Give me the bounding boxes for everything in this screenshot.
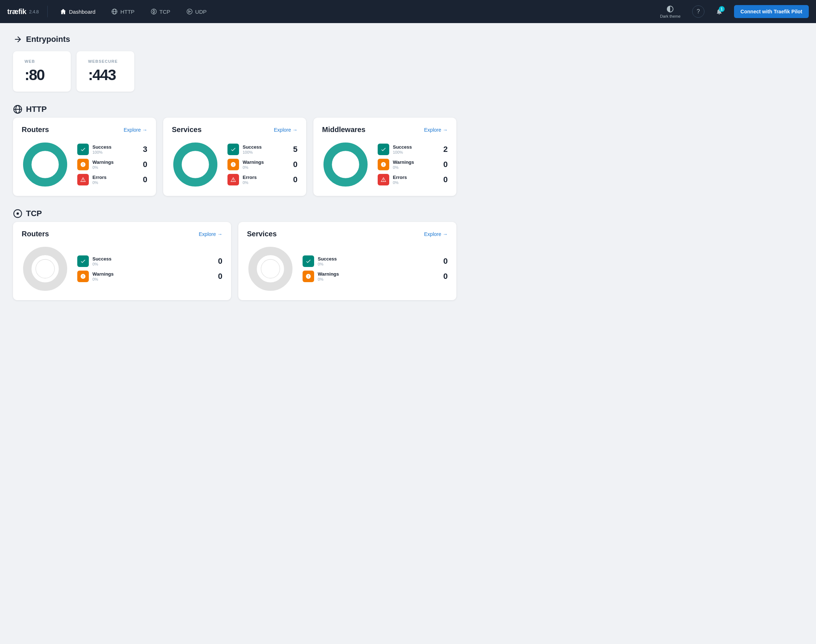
- http-services-warnings-row: Warnings 0% 0: [227, 159, 298, 170]
- tcp-services-card: Services Explore →: [238, 222, 456, 300]
- http-title: HTTP: [26, 104, 46, 114]
- tcp-routers-warnings-row: Warnings 0% 0: [77, 271, 223, 282]
- http-routers-errors-row: Errors 0% 0: [77, 174, 147, 186]
- http-services-stats: Success 100% 5 Warnings 0% 0: [227, 144, 298, 186]
- error-icon-box: [77, 174, 89, 186]
- help-button[interactable]: ?: [692, 5, 704, 18]
- http-routers-title: Routers: [22, 126, 49, 134]
- tcp-services-donut: [247, 245, 294, 292]
- tcp-cards-grid: Routers Explore →: [13, 222, 456, 300]
- brand: træfik 2.4.8: [7, 8, 38, 16]
- http-services-card: Services Explore →: [163, 118, 306, 196]
- tcp-icon: [13, 209, 22, 218]
- http-services-success-row: Success 100% 5: [227, 144, 298, 155]
- http-middlewares-stats: Success 100% 2 Warnings 0% 0: [378, 144, 448, 186]
- http-middlewares-title: Middlewares: [322, 126, 366, 134]
- http-routers-donut: [22, 141, 69, 188]
- warning-icon-box: [77, 159, 89, 170]
- udp-icon: [186, 8, 193, 15]
- tcp-title: TCP: [26, 209, 42, 218]
- tcp-routers-card: Routers Explore →: [13, 222, 231, 300]
- entrypoint-websecure-port: :443: [88, 66, 123, 84]
- http-routers-success-row: Success 100% 3: [77, 144, 147, 155]
- brand-logo: træfik: [7, 8, 26, 16]
- entrypoint-websecure: WEBSECURE :443: [77, 51, 134, 92]
- entrypoints-icon: [13, 35, 22, 44]
- svg-point-19: [17, 213, 19, 215]
- arrow-right-icon: →: [217, 231, 223, 237]
- tcp-routers-body: Success 0% 0 Warnings 0% 0: [22, 245, 223, 292]
- nav-http[interactable]: HTTP: [108, 6, 138, 17]
- svg-point-15: [186, 155, 205, 174]
- svg-point-23: [261, 259, 280, 278]
- http-middlewares-errors-row: Errors 0% 0: [378, 174, 448, 186]
- success-icon-box: [77, 144, 89, 155]
- http-middlewares-success-row: Success 100% 2: [378, 144, 448, 155]
- http-middlewares-explore-link[interactable]: Explore →: [424, 127, 448, 133]
- success-count: 3: [139, 145, 147, 154]
- http-services-card-header: Services Explore →: [172, 126, 298, 134]
- notifications-button[interactable]: 1: [713, 5, 725, 18]
- arrow-right-icon: →: [142, 127, 147, 133]
- arrow-right-icon: →: [443, 127, 448, 133]
- entrypoint-web: WEB :80: [13, 51, 71, 92]
- http-globe-icon: [13, 104, 22, 114]
- connect-pilot-button[interactable]: Connect with Traefik Pilot: [734, 5, 809, 18]
- entrypoints-section-header: Entrypoints: [13, 35, 456, 44]
- warnings-pct: 0%: [92, 165, 135, 170]
- nav-dashboard[interactable]: Dashboard: [56, 6, 99, 17]
- svg-point-13: [36, 155, 55, 174]
- main-content: Entrypoints WEB :80 WEBSECURE :443 HTTP …: [0, 23, 469, 325]
- brand-version: 2.4.8: [29, 9, 38, 14]
- warnings-label: Warnings: [92, 159, 135, 165]
- entrypoints-grid: WEB :80 WEBSECURE :443: [13, 51, 456, 92]
- nav-tcp[interactable]: TCP: [147, 6, 174, 17]
- http-middlewares-card: Middlewares Explore →: [313, 118, 456, 196]
- errors-pct: 0%: [92, 180, 135, 185]
- svg-point-7: [187, 9, 192, 14]
- tcp-routers-explore-link[interactable]: Explore →: [199, 231, 223, 237]
- http-section-header: HTTP: [13, 104, 456, 114]
- errors-label: Errors: [92, 175, 135, 180]
- tcp-services-success-row: Success 0% 0: [303, 255, 448, 267]
- navbar: træfik 2.4.8 Dashboard HTTP: [0, 0, 816, 23]
- errors-count: 0: [139, 175, 147, 184]
- http-middlewares-card-header: Middlewares Explore →: [322, 126, 448, 134]
- http-routers-card-header: Routers Explore →: [22, 126, 147, 134]
- http-routers-warnings-row: Warnings 0% 0: [77, 159, 147, 170]
- http-middlewares-body: Success 100% 2 Warnings 0% 0: [322, 141, 448, 188]
- warnings-count: 0: [139, 160, 147, 169]
- home-icon: [60, 8, 66, 15]
- dark-theme-toggle[interactable]: Dark theme: [657, 4, 684, 20]
- tcp-section-header: TCP: [13, 209, 456, 218]
- entrypoints-title: Entrypoints: [26, 35, 70, 44]
- tcp-services-body: Success 0% 0 Warnings 0% 0: [247, 245, 448, 292]
- http-cards-grid: Routers Explore →: [13, 118, 456, 196]
- tcp-routers-card-header: Routers Explore →: [22, 230, 223, 238]
- tcp-services-warnings-row: Warnings 0% 0: [303, 271, 448, 282]
- nav-udp[interactable]: UDP: [183, 6, 211, 17]
- http-services-donut: [172, 141, 219, 188]
- http-services-errors-row: Errors 0% 0: [227, 174, 298, 186]
- globe-icon: [111, 8, 118, 15]
- svg-point-4: [153, 11, 155, 12]
- tcp-services-stats: Success 0% 0 Warnings 0% 0: [303, 255, 448, 282]
- success-label: Success: [92, 144, 135, 150]
- http-middlewares-donut: [322, 141, 369, 188]
- arrow-right-icon: →: [292, 127, 298, 133]
- tcp-services-card-header: Services Explore →: [247, 230, 448, 238]
- svg-point-21: [36, 259, 55, 278]
- success-pct: 100%: [92, 150, 135, 155]
- tcp-routers-title: Routers: [22, 230, 49, 238]
- tcp-routers-donut: [22, 245, 69, 292]
- http-routers-body: Success 100% 3 Warnings 0% 0: [22, 141, 147, 188]
- http-routers-stats: Success 100% 3 Warnings 0% 0: [77, 144, 147, 186]
- http-routers-card: Routers Explore →: [13, 118, 156, 196]
- nav-separator: [47, 6, 48, 17]
- tcp-routers-stats: Success 0% 0 Warnings 0% 0: [77, 255, 223, 282]
- http-services-body: Success 100% 5 Warnings 0% 0: [172, 141, 298, 188]
- svg-point-17: [336, 155, 355, 174]
- http-routers-explore-link[interactable]: Explore →: [124, 127, 147, 133]
- http-services-explore-link[interactable]: Explore →: [274, 127, 298, 133]
- tcp-services-explore-link[interactable]: Explore →: [424, 231, 448, 237]
